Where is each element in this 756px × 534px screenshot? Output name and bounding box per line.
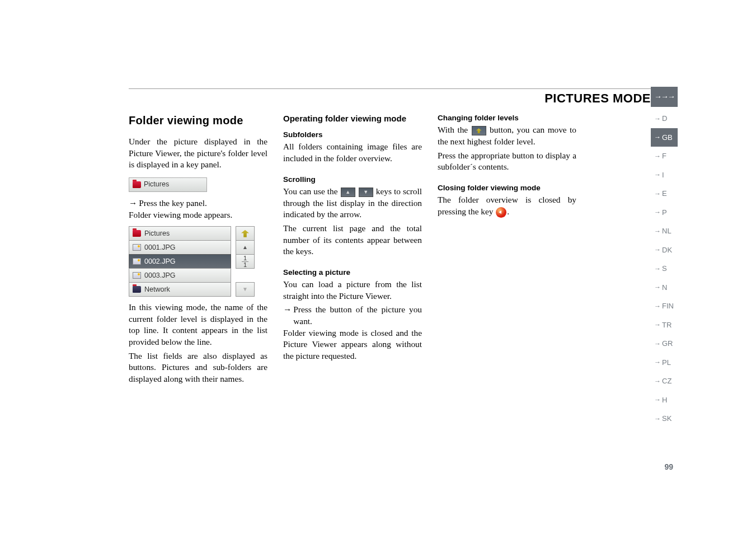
sidebar-item-h[interactable]: → H [651, 391, 678, 410]
text: You can use the [283, 186, 340, 196]
arrow-icon: → [654, 377, 661, 385]
subheading-scrolling: Scrolling [283, 175, 422, 185]
arrow-icon: → [654, 133, 661, 141]
arrow-icon: → [654, 321, 661, 329]
arrow-icon: → [654, 396, 661, 404]
sidebar-item-label: F [662, 152, 666, 160]
sidebar-item-label: GB [662, 133, 673, 142]
sidebar-item-pl[interactable]: → PL [651, 353, 678, 372]
paragraph: Folder viewing mode is closed and the Pi… [283, 327, 422, 362]
instruction-press-picture: → Press the button of the picture you wa… [283, 304, 422, 327]
key-panel-label: Pictures [144, 180, 169, 189]
subheading-selecting: Selecting a picture [283, 268, 422, 278]
sidebar-item-e[interactable]: → E [651, 184, 678, 203]
arrow-icon: → [654, 208, 661, 216]
triangle-up-icon: ▲ [242, 243, 248, 251]
paragraph: The current list page and the total numb… [283, 223, 422, 257]
sidebar-item-gr[interactable]: → GR [651, 334, 678, 353]
sidebar-item-f[interactable]: → F [651, 147, 678, 166]
spacer [236, 268, 255, 283]
arrow-icon: → [654, 171, 661, 179]
page-current: 1 [243, 255, 247, 261]
sidebar-item-nl[interactable]: → NL [651, 222, 678, 241]
scroll-down-button[interactable]: ▼ [236, 282, 255, 297]
sidebar-item-fin[interactable]: → FIN [651, 297, 678, 316]
arrow-icon: → [654, 283, 661, 291]
list-item-network[interactable]: Network [129, 282, 231, 297]
intro-paragraph: Under the picture displayed in the Pictu… [129, 136, 267, 171]
list-item[interactable]: 0002.JPG [129, 254, 231, 269]
sidebar-item-label: H [662, 396, 667, 404]
paragraph: The list fields are also displayed as bu… [129, 350, 267, 385]
subheading-subfolders: Subfolders [283, 130, 422, 140]
triangle-down-icon: ▼ [242, 285, 248, 293]
sidebar-item-label: PL [662, 358, 671, 367]
arrow-icon: → [654, 115, 661, 123]
list-item[interactable]: 0001.JPG [129, 240, 231, 255]
paragraph: You can load a picture from the list str… [283, 279, 422, 302]
sidebar-item-dk[interactable]: → DK [651, 241, 678, 260]
instruction-press-key-panel: → Press the key panel. [129, 198, 267, 209]
folder-icon [133, 230, 141, 237]
instruction-text: Press the button of the picture you want… [293, 304, 422, 327]
folder-up-icon [241, 230, 249, 237]
arrow-icon: → [654, 340, 661, 348]
folder-header-label: Pictures [144, 229, 170, 238]
instruction-text: Press the key panel. [139, 198, 267, 209]
sidebar-item-label: I [662, 171, 664, 179]
image-icon [133, 272, 141, 279]
sidebar-item-label: P [662, 208, 667, 217]
folder-list: Pictures 0001.JPG ▲ 0002. [129, 226, 255, 296]
heading-operating: Operating folder viewing mode [283, 113, 422, 124]
folder-up-key-icon [472, 126, 486, 135]
arrows-icon: →→→ [654, 92, 674, 101]
folder-appears-text: Folder viewing mode appears. [129, 209, 267, 221]
sidebar-item-label: FIN [662, 302, 674, 310]
network-icon [133, 286, 141, 293]
folder-up-button[interactable] [236, 226, 255, 241]
paragraph-scrolling: You can use the ▲ ▼ keys to scroll throu… [283, 186, 422, 221]
arrow-icon: → [654, 302, 661, 310]
sidebar-item-label: N [662, 283, 667, 292]
image-icon [133, 244, 141, 251]
sidebar-item-label: SK [662, 414, 672, 423]
page-number: 99 [664, 462, 673, 471]
arrow-icon: → [654, 152, 661, 160]
folder-list-header[interactable]: Pictures [129, 226, 231, 241]
sidebar-item-i[interactable]: → I [651, 166, 678, 185]
folder-icon [133, 181, 141, 188]
sidebar-item-d[interactable]: → D [651, 109, 678, 128]
arrow-icon: → [654, 227, 661, 235]
sidebar-item-cz[interactable]: → CZ [651, 372, 678, 391]
column-3: Changing folder levels With the button, … [438, 113, 576, 387]
scroll-down-key-icon: ▼ [359, 188, 373, 197]
back-key-icon [496, 207, 506, 218]
scroll-up-button[interactable]: ▲ [236, 240, 255, 255]
sidebar-item-sk[interactable]: → SK [651, 409, 678, 428]
sidebar-item-gb[interactable]: → GB [651, 128, 678, 147]
arrow-icon: → [654, 246, 661, 254]
list-item-label: 0002.JPG [144, 257, 176, 266]
text: With the [438, 125, 471, 134]
sidebar-item-s[interactable]: → S [651, 259, 678, 278]
paragraph-change-levels: With the button, you can move to the nex… [438, 124, 576, 147]
sidebar-item-label: DK [662, 246, 672, 254]
arrow-icon: → [654, 265, 661, 273]
paragraph: Press the appropriate button to display … [438, 150, 576, 173]
scroll-up-key-icon: ▲ [341, 188, 355, 197]
arrow-icon: → [654, 190, 661, 198]
column-1: Folder viewing mode Under the picture di… [129, 113, 267, 387]
list-item-label: Network [144, 285, 170, 294]
pictures-key-panel[interactable]: Pictures [129, 177, 207, 192]
arrow-icon: → [283, 304, 293, 327]
arrow-icon: → [654, 358, 661, 366]
sidebar-item-n[interactable]: → N [651, 278, 678, 297]
list-item[interactable]: 0003.JPG [129, 268, 231, 283]
sidebar-item-p[interactable]: → P [651, 203, 678, 222]
column-2: Operating folder viewing mode Subfolders… [283, 113, 422, 387]
sidebar-item-tr[interactable]: → TR [651, 316, 678, 335]
sidebar-item-label: E [662, 189, 667, 198]
image-icon [133, 258, 141, 265]
page-indicator: 1 1 [236, 254, 255, 269]
sidebar-item-label: TR [662, 321, 672, 329]
